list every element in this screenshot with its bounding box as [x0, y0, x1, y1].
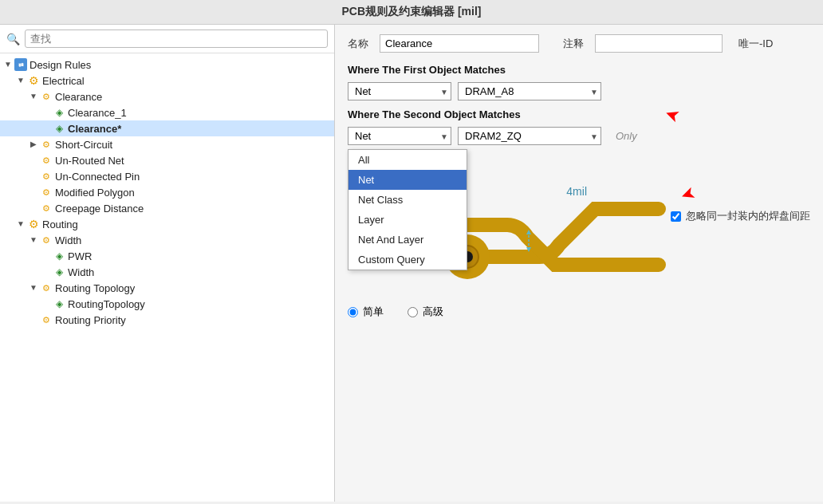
menu-item-net-and-layer[interactable]: Net And Layer — [348, 230, 467, 250]
tree-item-clearance-1[interactable]: ◈Clearance_1 — [0, 104, 334, 120]
radio-simple-input[interactable] — [348, 307, 358, 317]
tree-item-routing-topology-item[interactable]: ◈RoutingTopology — [0, 296, 334, 312]
tree-item-short-circuit[interactable]: ⚙Short-Circuit — [0, 136, 334, 152]
tree-item-clearance-group[interactable]: ⚙Clearance — [0, 89, 334, 104]
tree-label-width: Width — [68, 266, 94, 278]
tree-triangle-design-rules — [3, 60, 13, 69]
tree-item-electrical[interactable]: ⚙Electrical — [0, 73, 334, 89]
search-bar: 🔍 — [0, 25, 334, 53]
tree-icon-un-connected-pin: ⚙ — [40, 170, 53, 183]
radio-group: 简单 高级 — [348, 305, 443, 319]
tree-item-un-routed-net[interactable]: ⚙Un-Routed Net — [0, 152, 334, 168]
tree-triangle-un-connected-pin — [29, 171, 38, 181]
tree-triangle-clearance-star — [41, 124, 51, 133]
tree-item-clearance-star[interactable]: ◈Clearance* — [0, 120, 334, 136]
tree-icon-clearance-star: ◈ — [53, 122, 65, 135]
tree-icon-clearance-1: ◈ — [53, 106, 65, 119]
name-row: 名称 注释 唯一-ID — [348, 34, 810, 53]
radio-simple: 简单 — [348, 305, 384, 319]
unique-id-label: 唯一-ID — [738, 37, 773, 51]
search-icon: 🔍 — [6, 33, 20, 45]
tree-label-electrical: Electrical — [42, 75, 85, 87]
tree-item-modified-polygon[interactable]: ⚙Modified Polygon — [0, 184, 334, 200]
tree-item-width-group[interactable]: ⚙Width — [0, 232, 334, 248]
left-panel: 🔍 ⇄Design Rules⚙Electrical⚙Clearance◈Cle… — [0, 25, 335, 502]
tree-area: ⇄Design Rules⚙Electrical⚙Clearance◈Clear… — [0, 53, 334, 502]
title-text: PCB规则及约束编辑器 [mil] — [342, 5, 482, 18]
tree-item-width[interactable]: ◈Width — [0, 264, 334, 280]
dropdown-menu: All Net Net Class Layer Net And Layer Cu… — [348, 149, 467, 270]
second-dropdown1[interactable]: Net — [348, 127, 451, 145]
tree-icon-pwr: ◈ — [53, 250, 65, 262]
second-dropdown1-wrapper: Net ▼ All Net Net Class Layer Net And La… — [348, 127, 451, 145]
search-input[interactable] — [25, 30, 328, 48]
tree-item-creepage-distance[interactable]: ⚙Creepage Distance — [0, 200, 334, 216]
tree-label-pwr: PWR — [68, 250, 92, 262]
tree-label-creepage-distance: Creepage Distance — [55, 203, 144, 215]
tree-triangle-electrical — [16, 76, 26, 85]
tree-triangle-routing-priority — [29, 315, 38, 325]
tree-item-routing-topology[interactable]: ⚙Routing Topology — [0, 280, 334, 296]
name-label: 名称 — [348, 37, 372, 51]
menu-item-layer[interactable]: Layer — [348, 210, 467, 230]
tree-triangle-modified-polygon — [29, 187, 38, 197]
tree-triangle-short-circuit — [29, 140, 38, 149]
second-object-section: Where The Second Object Matches Net ▼ Al… — [348, 108, 810, 145]
comment-label: 注释 — [563, 37, 587, 51]
tree-triangle-width-group — [29, 235, 38, 245]
title-bar: PCB规则及约束编辑器 [mil] — [0, 0, 823, 25]
tree-item-pwr[interactable]: ◈PWR — [0, 248, 334, 264]
tree-label-routing-topology: Routing Topology — [55, 282, 135, 294]
radio-advanced: 高级 — [408, 305, 443, 319]
ignore-checkbox[interactable] — [671, 211, 681, 222]
tree-icon-un-routed-net: ⚙ — [40, 154, 53, 167]
name-input[interactable] — [380, 34, 539, 53]
tree-icon-creepage-distance: ⚙ — [40, 202, 53, 215]
radio-simple-label: 简单 — [363, 305, 384, 319]
tree-triangle-routing-topology-item — [41, 299, 51, 309]
menu-item-all[interactable]: All — [348, 150, 467, 170]
second-dropdown2-wrapper: DRAM2_ZQ ▼ — [458, 127, 601, 145]
comment-input[interactable] — [595, 34, 723, 53]
tree-icon-routing: ⚙ — [27, 218, 40, 230]
tree-icon-electrical: ⚙ — [27, 74, 40, 87]
second-object-title: Where The Second Object Matches — [348, 108, 810, 120]
checkbox-label: 忽略同一封装内的焊盘间距 — [686, 209, 810, 223]
tree-icon-short-circuit: ⚙ — [40, 138, 53, 151]
tree-triangle-creepage-distance — [29, 203, 38, 213]
only-label: Only — [616, 130, 637, 142]
tree-label-clearance-star: Clearance* — [68, 123, 121, 135]
second-object-dropdowns: Net ▼ All Net Net Class Layer Net And La… — [348, 127, 810, 145]
tree-icon-routing-topology-item: ◈ — [53, 297, 65, 310]
tree-label-clearance-group: Clearance — [55, 91, 102, 103]
checkbox-row: 忽略同一封装内的焊盘间距 — [671, 209, 810, 223]
tree-item-design-rules[interactable]: ⇄Design Rules — [0, 57, 334, 73]
first-dropdown1[interactable]: Net — [348, 82, 451, 100]
radio-advanced-input[interactable] — [408, 307, 418, 317]
first-object-dropdowns: Net ▼ DRAM_A8 ▼ — [348, 82, 810, 100]
tree-label-un-connected-pin: Un-Connected Pin — [55, 171, 140, 183]
tree-label-short-circuit: Short-Circuit — [55, 139, 112, 151]
radio-advanced-label: 高级 — [423, 305, 443, 319]
tree-label-modified-polygon: Modified Polygon — [55, 187, 135, 199]
menu-item-custom-query[interactable]: Custom Query — [348, 250, 467, 270]
tree-item-routing[interactable]: ⚙Routing — [0, 216, 334, 232]
menu-item-netclass[interactable]: Net Class — [348, 190, 467, 210]
tree-item-un-connected-pin[interactable]: ⚙Un-Connected Pin — [0, 168, 334, 184]
tree-label-routing-topology-item: RoutingTopology — [68, 298, 145, 310]
tree-triangle-un-routed-net — [29, 156, 38, 165]
second-dropdown2[interactable]: DRAM2_ZQ — [458, 127, 601, 145]
tree-triangle-clearance-group — [29, 92, 38, 101]
tree-label-un-routed-net: Un-Routed Net — [55, 155, 124, 167]
first-dropdown2-wrapper: DRAM_A8 ▼ — [458, 82, 601, 100]
tree-triangle-width — [41, 267, 51, 277]
tree-item-routing-priority[interactable]: ⚙Routing Priority — [0, 312, 334, 328]
first-object-section: Where The First Object Matches Net ▼ DRA… — [348, 64, 810, 100]
menu-item-net[interactable]: Net — [348, 170, 467, 190]
first-dropdown2[interactable]: DRAM_A8 — [458, 82, 601, 100]
tree-label-clearance-1: Clearance_1 — [68, 107, 127, 119]
tree-icon-width-group: ⚙ — [40, 234, 53, 246]
tree-icon-routing-priority: ⚙ — [40, 313, 53, 326]
tree-icon-modified-polygon: ⚙ — [40, 186, 53, 199]
tree-icon-clearance-group: ⚙ — [40, 90, 53, 103]
